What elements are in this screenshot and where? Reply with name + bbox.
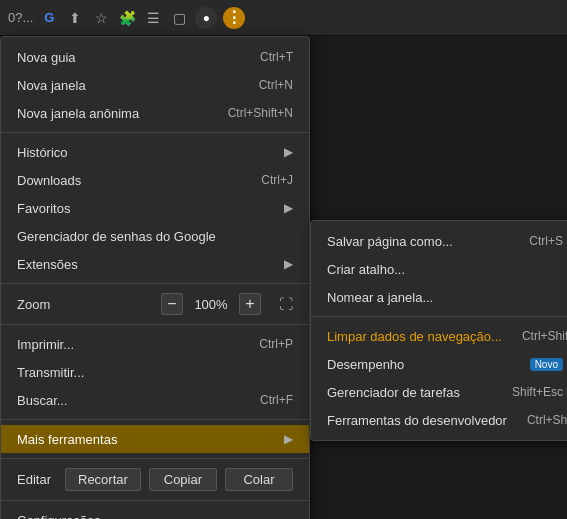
menu-item-buscar[interactable]: Buscar... Ctrl+F xyxy=(1,386,309,414)
zoom-minus-button[interactable]: − xyxy=(161,293,183,315)
zoom-controls: − 100% + ⛶ xyxy=(161,293,293,315)
submenu-gerenciador-tarefas[interactable]: Gerenciador de tarefas Shift+Esc xyxy=(311,378,567,406)
menu-item-downloads[interactable]: Downloads Ctrl+J xyxy=(1,166,309,194)
menu-item-mais-ferramentas[interactable]: Mais ferramentas ▶ xyxy=(1,425,309,453)
profile-avatar[interactable]: ● xyxy=(195,7,217,29)
menu-item-extensoes[interactable]: Extensões ▶ xyxy=(1,250,309,278)
submenu-separator-1 xyxy=(311,316,567,317)
menu-item-transmitir[interactable]: Transmitir... xyxy=(1,358,309,386)
submenu-salvar-pagina[interactable]: Salvar página como... Ctrl+S xyxy=(311,227,567,255)
submenu-nomear-janela[interactable]: Nomear a janela... xyxy=(311,283,567,311)
list-icon[interactable]: ☰ xyxy=(143,8,163,28)
separator-2 xyxy=(1,283,309,284)
submenu-desempenho[interactable]: Desempenho Novo xyxy=(311,350,567,378)
zoom-value: 100% xyxy=(191,297,231,312)
separator-4 xyxy=(1,419,309,420)
share-icon[interactable]: ⬆ xyxy=(65,8,85,28)
submenu-criar-atalho[interactable]: Criar atalho... xyxy=(311,255,567,283)
separator-1 xyxy=(1,132,309,133)
submenu-limpar-dados[interactable]: Limpar dados de navegação... Ctrl+Shift+… xyxy=(311,322,567,350)
menu-item-nova-guia[interactable]: Nova guia Ctrl+T xyxy=(1,43,309,71)
novo-badge: Novo xyxy=(530,358,563,371)
tab-text: 0?... xyxy=(8,10,33,25)
menu-item-favoritos[interactable]: Favoritos ▶ xyxy=(1,194,309,222)
colar-button[interactable]: Colar xyxy=(225,468,293,491)
star-icon[interactable]: ☆ xyxy=(91,8,111,28)
zoom-plus-button[interactable]: + xyxy=(239,293,261,315)
separator-3 xyxy=(1,324,309,325)
puzzle-icon[interactable]: 🧩 xyxy=(117,8,137,28)
edit-row: Editar Recortar Copiar Colar xyxy=(1,464,309,495)
browser-toolbar: 0?... G ⬆ ☆ 🧩 ☰ ▢ ● ⋮ xyxy=(0,0,567,36)
zoom-row: Zoom − 100% + ⛶ xyxy=(1,289,309,319)
main-menu: Nova guia Ctrl+T Nova janela Ctrl+N Nova… xyxy=(0,36,310,519)
zoom-expand-button[interactable]: ⛶ xyxy=(279,296,293,312)
google-icon[interactable]: G xyxy=(39,8,59,28)
menu-item-configuracoes[interactable]: Configurações xyxy=(1,506,309,519)
submenu-ferramentas-dev[interactable]: Ferramentas do desenvolvedor Ctrl+Shift+… xyxy=(311,406,567,434)
menu-item-senhas[interactable]: Gerenciador de senhas do Google xyxy=(1,222,309,250)
separator-5 xyxy=(1,458,309,459)
recortar-button[interactable]: Recortar xyxy=(65,468,141,491)
copiar-button[interactable]: Copiar xyxy=(149,468,217,491)
submenu-mais-ferramentas: Salvar página como... Ctrl+S Criar atalh… xyxy=(310,220,567,441)
menu-item-nova-janela-anonima[interactable]: Nova janela anônima Ctrl+Shift+N xyxy=(1,99,309,127)
menu-item-historico[interactable]: Histórico ▶ xyxy=(1,138,309,166)
menu-button[interactable]: ⋮ xyxy=(223,7,245,29)
separator-6 xyxy=(1,500,309,501)
square-icon[interactable]: ▢ xyxy=(169,8,189,28)
menu-item-nova-janela[interactable]: Nova janela Ctrl+N xyxy=(1,71,309,99)
menu-item-imprimir[interactable]: Imprimir... Ctrl+P xyxy=(1,330,309,358)
